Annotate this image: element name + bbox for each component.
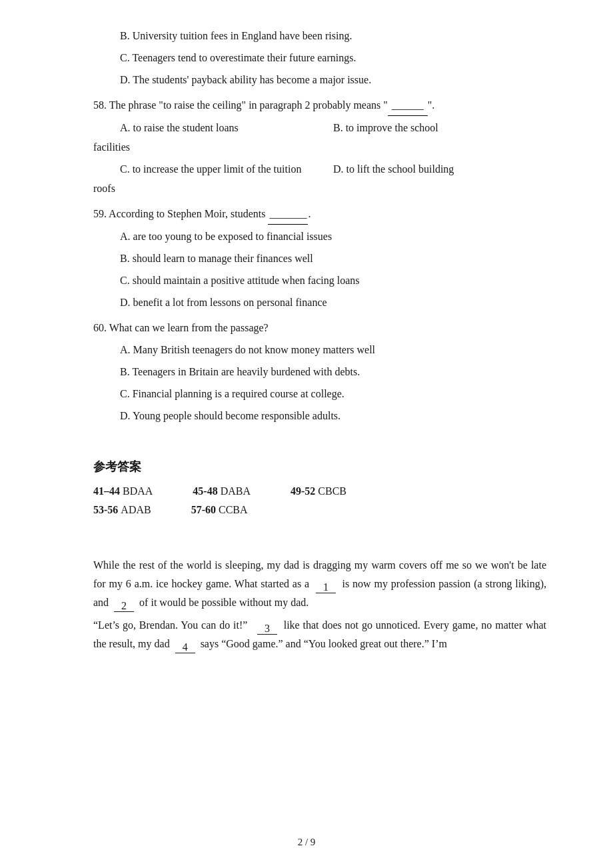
passage-section: While the rest of the world is sleeping,… <box>93 556 546 653</box>
q60-option-A: A. Many British teenagers do not know mo… <box>93 341 546 360</box>
q58-option-A: A. to raise the student loans <box>93 119 333 138</box>
page-number: 2 / 9 <box>298 837 316 848</box>
q58-option-B: B. to improve the school <box>333 119 546 138</box>
q58-option-D: D. to lift the school building <box>333 160 546 179</box>
q58-options-row1: A. to raise the student loans B. to impr… <box>93 119 546 138</box>
answer-item-45-48: 45-48 DABA <box>193 485 251 497</box>
answers-title: 参考答案 <box>93 459 546 475</box>
q59-option-D: D. benefit a lot from lessons on persona… <box>93 293 546 313</box>
answers-section: 参考答案 41–44 BDAA 45-48 DABA 49-52 CBCB 53… <box>93 452 546 516</box>
answer-item-41-44: 41–44 BDAA <box>93 485 153 497</box>
answer-row-2: 53-56 ADAB 57-60 CCBA <box>93 504 546 516</box>
q59-option-A: A. are too young to be exposed to financ… <box>93 227 546 247</box>
q57-option-D: D. The students' payback ability has bec… <box>93 71 546 90</box>
passage-para-1: While the rest of the world is sleeping,… <box>93 556 546 612</box>
answer-item-49-52: 49-52 CBCB <box>291 485 346 497</box>
q60-option-C: C. Financial planning is a required cour… <box>93 385 546 404</box>
q58-option-C: C. to increase the upper limit of the tu… <box>93 160 333 179</box>
q58-options-row2: C. to increase the upper limit of the tu… <box>93 160 546 179</box>
q58-option-D-wrap: roofs <box>93 179 546 199</box>
answer-item-53-56: 53-56 ADAB <box>93 504 151 516</box>
passage-para-2: “Let’s go, Brendan. You can do it!” 3 li… <box>93 616 546 653</box>
content-section: B. University tuition fees in England ha… <box>93 27 546 425</box>
q58-option-B-wrap: facilities <box>93 138 546 157</box>
q59-stem: 59. According to Stephen Moir, students … <box>93 205 546 225</box>
q59-option-C: C. should maintain a positive attitude w… <box>93 271 546 291</box>
q60-stem: 60. What can we learn from the passage? <box>93 319 546 338</box>
q58-stem: 58. The phrase "to raise the ceiling" in… <box>93 96 546 116</box>
q59-option-B: B. should learn to manage their finances… <box>93 249 546 269</box>
q60-option-D: D. Young people should become responsibl… <box>93 407 546 426</box>
answer-item-57-60: 57-60 CCBA <box>191 504 248 516</box>
q57-option-C: C. Teenagers tend to overestimate their … <box>93 49 546 68</box>
q60-option-B: B. Teenagers in Britain are heavily burd… <box>93 363 546 382</box>
q57-option-B: B. University tuition fees in England ha… <box>93 27 546 46</box>
answer-row-1: 41–44 BDAA 45-48 DABA 49-52 CBCB <box>93 485 546 497</box>
